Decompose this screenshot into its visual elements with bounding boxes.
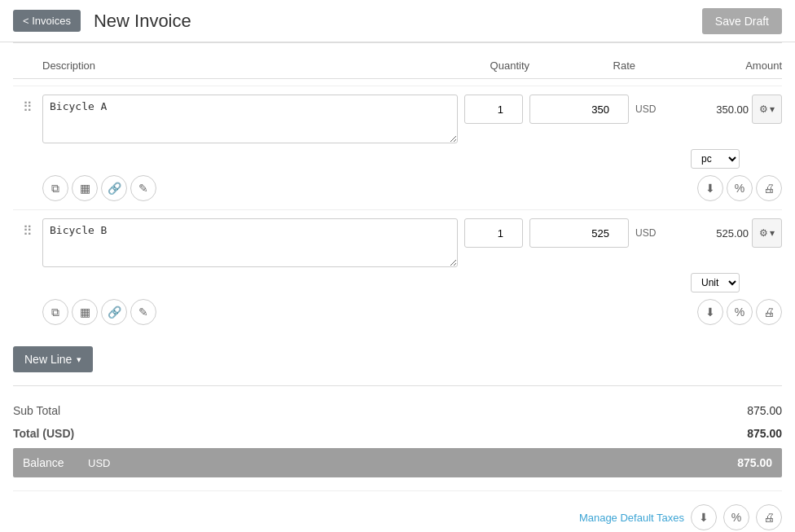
footer-percent-icon: % [731, 511, 741, 524]
amount-cell-2: USD 525.00 ⚙ ▾ [635, 218, 782, 248]
drag-handle-1[interactable]: ⠿ [13, 95, 42, 114]
footer-printer-icon: 🖨 [763, 511, 775, 524]
link-icon-1: 🔗 [108, 182, 121, 195]
table-header: Description Quantity Rate Amount [13, 59, 782, 79]
grid-icon-1: ▦ [80, 182, 90, 195]
quantity-input-1[interactable] [464, 95, 523, 124]
unit-select-1[interactable]: pc Unit kg [691, 149, 740, 169]
rate-cell-1 [529, 95, 635, 124]
drag-handle-2[interactable]: ⠿ [13, 218, 42, 238]
footer-download-icon: ⬇ [699, 511, 709, 524]
percent-icon-2: % [735, 306, 744, 319]
total-row: Total (USD) 875.00 [13, 422, 782, 445]
line-item-1-main: ⠿ Bicycle A USD 350.00 ⚙ ▾ [13, 95, 782, 146]
printer-button-1[interactable]: 🖨 [756, 175, 782, 201]
main-content: Description Quantity Rate Amount ⠿ Bicyc… [0, 42, 795, 532]
unit-select-2[interactable]: Unit pc kg [691, 273, 740, 292]
totals-section: Sub Total 875.00 Total (USD) 875.00 Bala… [13, 385, 782, 477]
page-title: New Invoice [94, 11, 191, 32]
download-icon-2: ⬇ [705, 306, 715, 319]
gear-chevron-2: ▾ [770, 227, 775, 239]
link-button-1[interactable]: 🔗 [101, 175, 127, 201]
copy-button-2[interactable]: ⧉ [42, 299, 68, 325]
download-icon-1: ⬇ [705, 182, 715, 195]
back-button[interactable]: < Invoices [13, 10, 81, 32]
copy-button-1[interactable]: ⧉ [42, 175, 68, 201]
col-amount: Amount [635, 59, 782, 72]
balance-amount: 875.00 [737, 456, 772, 469]
balance-row: Balance USD 875.00 [13, 448, 782, 477]
gear-icon-2: ⚙ [759, 227, 768, 239]
quantity-input-2[interactable] [464, 218, 523, 248]
save-draft-button[interactable]: Save Draft [702, 8, 782, 34]
sub-total-label: Sub Total [13, 404, 60, 417]
quantity-cell-1 [464, 95, 529, 124]
header: < Invoices New Invoice Save Draft [0, 0, 795, 42]
link-button-2[interactable]: 🔗 [101, 299, 127, 325]
amount-value-1: 350.00 [659, 103, 749, 116]
amount-value-2: 525.00 [659, 227, 749, 240]
drag-dots-icon: ⠿ [23, 101, 33, 114]
top-divider [13, 42, 782, 43]
grid-icon-2: ▦ [80, 306, 90, 319]
download-button-2[interactable]: ⬇ [697, 299, 723, 325]
unit-selector-row-1: pc Unit kg [13, 149, 782, 169]
line-item-2: ⠿ Bicycle B USD 525.00 ⚙ ▾ Unit [13, 209, 782, 333]
printer-icon-2: 🖨 [763, 306, 775, 319]
copy-icon-1: ⧉ [51, 182, 59, 196]
printer-icon-1: 🖨 [763, 182, 775, 195]
line-item-actions-1: ⧉ ▦ 🔗 ✎ ⬇ % 🖨 [13, 175, 782, 201]
grid-button-1[interactable]: ▦ [72, 175, 98, 201]
action-icons-right-2: ⬇ % 🖨 [697, 299, 782, 325]
new-line-button[interactable]: New Line ▾ [13, 346, 93, 372]
balance-label: Balance [23, 456, 72, 469]
description-area-2: Bicycle B [42, 218, 464, 270]
col-rate: Rate [529, 59, 635, 72]
new-line-chevron-icon: ▾ [77, 354, 81, 365]
new-line-label: New Line [24, 353, 72, 366]
grid-button-2[interactable]: ▦ [72, 299, 98, 325]
line-item-actions-2: ⧉ ▦ 🔗 ✎ ⬇ % 🖨 [13, 299, 782, 325]
gear-chevron-1: ▾ [770, 103, 775, 115]
gear-icon-1: ⚙ [759, 103, 768, 115]
drag-dots-icon-2: ⠿ [23, 225, 33, 238]
footer-printer-button[interactable]: 🖨 [756, 504, 782, 530]
currency-label-1: USD [635, 103, 656, 115]
pencil-button-2[interactable]: ✎ [130, 299, 156, 325]
pencil-icon-2: ✎ [138, 306, 148, 319]
footer-section: Manage Default Taxes ⬇ % 🖨 [13, 490, 782, 530]
total-value: 875.00 [747, 427, 782, 440]
pencil-icon-1: ✎ [138, 182, 148, 195]
gear-button-2[interactable]: ⚙ ▾ [752, 218, 782, 248]
line-item-1: ⠿ Bicycle A USD 350.00 ⚙ ▾ pc [13, 86, 782, 209]
description-input-2[interactable]: Bicycle B [42, 218, 458, 267]
balance-currency: USD [88, 457, 737, 469]
percent-button-2[interactable]: % [727, 299, 753, 325]
action-icons-right-1: ⬇ % 🖨 [697, 175, 782, 201]
unit-selector-row-2: Unit pc kg [13, 273, 782, 292]
gear-button-1[interactable]: ⚙ ▾ [752, 95, 782, 124]
manage-taxes-link[interactable]: Manage Default Taxes [579, 512, 684, 524]
percent-button-1[interactable]: % [727, 175, 753, 201]
amount-cell-1: USD 350.00 ⚙ ▾ [635, 95, 782, 124]
pencil-button-1[interactable]: ✎ [130, 175, 156, 201]
total-label: Total (USD) [13, 427, 74, 440]
percent-icon-1: % [735, 182, 744, 195]
quantity-cell-2 [464, 218, 529, 248]
rate-cell-2 [529, 218, 635, 248]
back-label: < Invoices [23, 15, 71, 27]
col-quantity: Quantity [464, 59, 529, 72]
currency-label-2: USD [635, 227, 656, 239]
copy-icon-2: ⧉ [51, 306, 59, 319]
rate-input-1[interactable] [529, 95, 629, 124]
printer-button-2[interactable]: 🖨 [756, 299, 782, 325]
download-button-1[interactable]: ⬇ [697, 175, 723, 201]
sub-total-row: Sub Total 875.00 [13, 399, 782, 422]
footer-download-button[interactable]: ⬇ [691, 504, 717, 530]
description-area-1: Bicycle A [42, 95, 464, 146]
description-input-1[interactable]: Bicycle A [42, 95, 458, 143]
rate-input-2[interactable] [529, 218, 629, 248]
link-icon-2: 🔗 [108, 306, 121, 319]
footer-percent-button[interactable]: % [723, 504, 749, 530]
sub-total-value: 875.00 [747, 404, 782, 417]
